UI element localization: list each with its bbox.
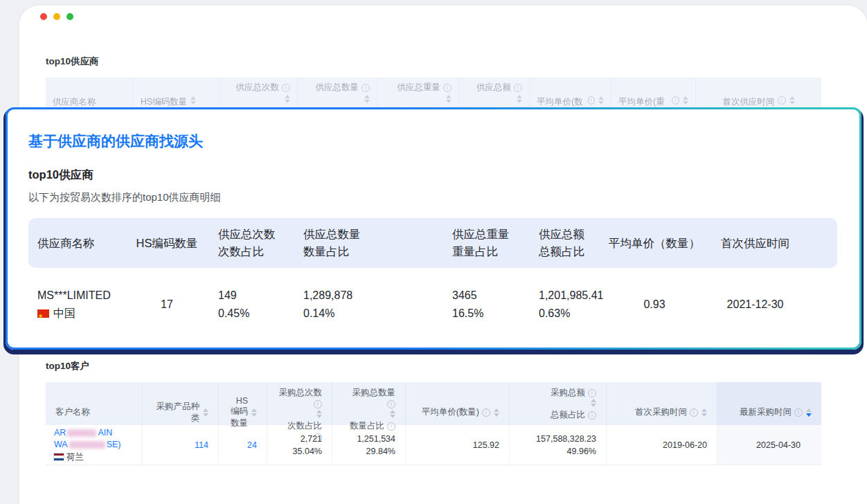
overlay-table-header: 供应商名称 HS编码数量 供应总次数次数占比 供应总数量数量占比 供应总重量重量… bbox=[28, 218, 837, 268]
page: top10供应商 供应商名称 HS编码数量 供应总次数 次数占比 供应总数量 数… bbox=[0, 0, 867, 504]
info-icon[interactable] bbox=[443, 84, 452, 92]
info-icon[interactable] bbox=[794, 408, 803, 417]
highlight-panel-body: 基于供应商的供应商找源头 top10供应商 以下为按贸易次数排序的top10供应… bbox=[8, 109, 859, 348]
info-icon[interactable] bbox=[672, 96, 679, 105]
col-supply-quantity: 供应总数量数量占比 bbox=[294, 226, 443, 260]
info-icon[interactable] bbox=[514, 84, 522, 92]
info-icon[interactable] bbox=[588, 411, 596, 420]
overlay-table-row: MS***LIMITED 中国 17 1490.45% 1,289,8780.1… bbox=[28, 275, 837, 334]
info-icon[interactable] bbox=[778, 96, 786, 105]
supply-times-cell: 1490.45% bbox=[209, 287, 294, 323]
info-icon[interactable] bbox=[387, 400, 395, 408]
sort-icon[interactable] bbox=[251, 408, 257, 417]
minimize-window-icon[interactable] bbox=[53, 13, 60, 20]
hs-count-cell: 24 bbox=[219, 425, 267, 465]
first-purchase-date-cell: 2019-06-20 bbox=[607, 425, 717, 465]
sort-icon[interactable] bbox=[203, 408, 208, 417]
info-icon[interactable] bbox=[690, 408, 698, 417]
supplier-section-title: top10供应商 bbox=[46, 55, 99, 68]
supply-quantity-cell: 1,289,8780.14% bbox=[294, 287, 443, 323]
purchase-times-cell: 2,72135.04% bbox=[267, 425, 332, 465]
product-types-link[interactable]: 114 bbox=[152, 439, 208, 451]
sort-icon[interactable] bbox=[316, 410, 322, 418]
col-supply-amount: 供应总额总额占比 bbox=[530, 226, 605, 260]
avg-price-cell: 0.93 bbox=[605, 296, 704, 314]
first-supply-date-cell: 2021-12-30 bbox=[704, 296, 837, 314]
sort-icon[interactable] bbox=[190, 96, 196, 105]
info-icon[interactable] bbox=[588, 96, 595, 105]
customer-section-title: top10客户 bbox=[46, 360, 89, 372]
sort-icon[interactable] bbox=[598, 96, 604, 105]
latest-purchase-date-cell: 2025-04-30 bbox=[717, 425, 821, 465]
zoom-window-icon[interactable] bbox=[66, 13, 73, 20]
sort-icon[interactable] bbox=[364, 95, 370, 103]
highlight-panel: 基于供应商的供应商找源头 top10供应商 以下为按贸易次数排序的top10供应… bbox=[6, 107, 861, 350]
netherlands-flag-icon bbox=[54, 453, 64, 460]
sort-icon[interactable] bbox=[683, 96, 688, 105]
sort-icon[interactable] bbox=[494, 408, 499, 417]
supplier-country: 中国 bbox=[53, 307, 75, 319]
sort-icon[interactable] bbox=[446, 95, 452, 103]
col-supply-weight: 供应总重量重量占比 bbox=[443, 226, 530, 260]
sort-icon[interactable] bbox=[591, 399, 596, 407]
sort-icon[interactable] bbox=[285, 95, 290, 103]
col-hs-count: HS编码数量 bbox=[125, 235, 209, 252]
info-icon[interactable] bbox=[361, 84, 370, 92]
china-flag-icon bbox=[37, 309, 49, 318]
supplier-name: MS***LIMITED bbox=[37, 287, 125, 305]
col-supply-times: 供应总次数次数占比 bbox=[209, 226, 294, 260]
customer-table-header: 客户名称 采购产品种类 HS编码数量 采购总次数 次数占比 采购总数量 数量占比… bbox=[46, 382, 821, 425]
customer-table: 客户名称 采购产品种类 HS编码数量 采购总次数 次数占比 采购总数量 数量占比… bbox=[46, 382, 821, 465]
sort-icon[interactable] bbox=[517, 95, 522, 103]
info-icon[interactable] bbox=[482, 408, 490, 417]
avg-price-cell: 125.92 bbox=[406, 425, 510, 465]
customer-country: 荷兰 bbox=[66, 452, 84, 462]
hs-count-cell: 17 bbox=[125, 296, 209, 314]
col-avg-price-qty: 平均单价（数量） bbox=[605, 235, 704, 252]
customer-name-link[interactable]: WASE) bbox=[54, 439, 132, 451]
close-window-icon[interactable] bbox=[40, 13, 47, 20]
purchase-quantity-cell: 1,251,53429.84% bbox=[332, 425, 406, 465]
info-icon[interactable] bbox=[282, 84, 290, 92]
panel-title: 基于供应商的供应商找源头 bbox=[28, 132, 859, 151]
sort-icon-active-desc[interactable] bbox=[806, 408, 812, 417]
customer-name-link[interactable]: ARAIN bbox=[54, 427, 132, 439]
panel-description: 以下为按贸易次数排序的top10供应商明细 bbox=[28, 191, 859, 204]
sort-icon[interactable] bbox=[789, 96, 795, 105]
col-supplier-name: 供应商名称 bbox=[28, 235, 125, 252]
customer-table-row: ARAIN WASE) 荷兰 114 24 2,72135.04% 1,251,… bbox=[46, 425, 821, 465]
col-first-supply-date: 首次供应时间 bbox=[704, 235, 837, 252]
customer-name-cell: ARAIN WASE) 荷兰 bbox=[46, 425, 143, 465]
supply-weight-cell: 346516.5% bbox=[443, 287, 530, 323]
purchase-amount-cell: 157,588,328.2349.96% bbox=[510, 425, 607, 465]
supplier-name-cell: MS***LIMITED 中国 bbox=[28, 287, 125, 323]
hs-count-link[interactable]: 24 bbox=[229, 439, 257, 451]
info-icon[interactable] bbox=[314, 400, 322, 408]
supply-amount-cell: 1,201,985.410.63% bbox=[530, 287, 605, 323]
info-icon[interactable] bbox=[588, 389, 596, 397]
redacted-text bbox=[67, 429, 96, 437]
sort-icon[interactable] bbox=[701, 408, 707, 417]
redacted-text bbox=[69, 441, 105, 449]
window-controls bbox=[40, 13, 73, 20]
panel-subtitle: top10供应商 bbox=[28, 168, 859, 183]
product-types-cell: 114 bbox=[143, 425, 219, 465]
sort-icon[interactable] bbox=[390, 410, 395, 418]
